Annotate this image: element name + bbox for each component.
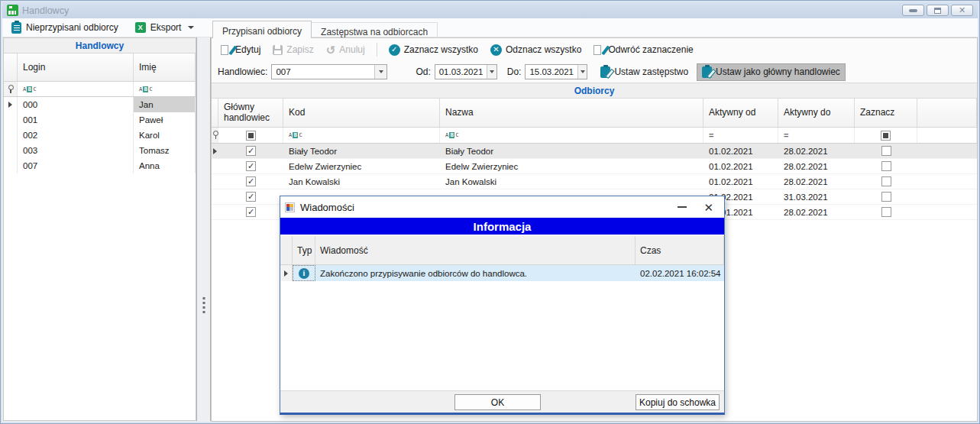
main-salesperson-checkbox[interactable] <box>246 192 256 202</box>
cancel-button[interactable]: ↺ Anuluj <box>322 42 370 57</box>
cell-aktywny-do[interactable]: 28.02.2021 <box>778 174 855 189</box>
panel-splitter[interactable] <box>196 37 211 421</box>
column-header-glowny[interactable]: Główny handlowiec <box>218 99 283 127</box>
filter-glowny[interactable] <box>218 128 283 143</box>
cell-login[interactable]: 001 <box>18 112 134 128</box>
column-header-nazwa[interactable]: Nazwa <box>440 99 703 127</box>
cell-imie[interactable]: Tomasz <box>134 143 196 158</box>
column-header-aktywny-do[interactable]: Aktywny do <box>778 99 855 127</box>
cell-login[interactable]: 002 <box>18 128 134 143</box>
dialog-close-button[interactable]: ✕ <box>703 202 713 213</box>
select-checkbox[interactable] <box>881 192 891 202</box>
cell-imie[interactable]: Anna <box>134 158 196 173</box>
date-to-picker[interactable]: 15.03.2021 <box>525 64 587 79</box>
dropdown-button[interactable] <box>374 65 387 79</box>
cell-aktywny-od[interactable]: 01.02.2021 <box>703 174 778 189</box>
recipient-row[interactable]: Jan Kowalski Jan Kowalski 01.02.2021 28.… <box>212 174 977 189</box>
filter-zaznacz[interactable] <box>855 128 917 143</box>
copy-to-clipboard-button[interactable]: Kopiuj do schowka <box>636 394 720 410</box>
column-header-czas[interactable]: Czas <box>636 236 724 264</box>
salesperson-row[interactable]: 002 Karol <box>4 128 196 143</box>
cell-aktywny-do[interactable]: 31.03.2021 <box>778 189 855 204</box>
cell-aktywny-od[interactable]: 01.02.2021 <box>703 159 778 173</box>
checkbox-indeterminate <box>881 131 891 141</box>
edit-button[interactable]: Edytuj <box>216 42 265 58</box>
main-salesperson-checkbox[interactable] <box>246 161 256 171</box>
cell-kod[interactable]: Jan Kowalski <box>283 174 440 189</box>
filter-imie[interactable]: ABC <box>134 82 196 96</box>
filter-aktywny-od[interactable]: = <box>703 128 778 143</box>
deselect-all-button[interactable]: ✕ Odznacz wszystko <box>486 42 586 58</box>
column-header-zaznacz[interactable]: Zaznacz <box>855 99 917 127</box>
filter-aktywny-do[interactable]: = <box>778 128 855 143</box>
cell-kod[interactable]: Biały Teodor <box>283 144 440 158</box>
column-header-aktywny-od[interactable]: Aktywny od <box>703 99 778 127</box>
grid-toolbar: Edytuj Zapisz ↺ Anuluj ✓ Zaznacz wszystk… <box>212 38 977 61</box>
select-checkbox[interactable] <box>881 176 891 186</box>
unassigned-recipients-button[interactable]: Nieprzypisani odbiorcy <box>8 21 121 35</box>
filter-kod[interactable]: ABC <box>283 128 440 143</box>
column-header-imie[interactable]: Imię <box>134 53 196 81</box>
select-checkbox[interactable] <box>881 161 891 171</box>
cell-login[interactable]: 007 <box>18 158 134 173</box>
cell-imie[interactable]: Karol <box>134 128 196 143</box>
dialog-minimize-button[interactable] <box>678 206 687 208</box>
cell-nazwa[interactable]: Biały Teodor <box>440 144 703 158</box>
save-button[interactable]: Zapisz <box>268 42 318 57</box>
set-substitute-button[interactable]: Ustaw zastępstwo <box>596 64 693 80</box>
cell-aktywny-od[interactable]: 01.02.2021 <box>703 144 778 158</box>
cell-login[interactable]: 000 <box>18 97 134 112</box>
dialog-body <box>280 281 724 390</box>
select-checkbox[interactable] <box>881 207 891 217</box>
column-header-typ[interactable]: Typ <box>293 236 315 264</box>
cell-imie[interactable]: Paweł <box>134 112 196 128</box>
cancel-label: Anuluj <box>339 44 364 55</box>
set-substitute-label: Ustaw zastępstwo <box>614 66 688 77</box>
salesperson-row[interactable]: 003 Tomasz <box>4 143 196 158</box>
invert-selection-button[interactable]: Odwróć zaznaczenie <box>589 42 697 58</box>
recipient-row[interactable]: Edelw Zwierzyniec Edelw Zwierzyniec 01.0… <box>212 159 977 174</box>
salesperson-row[interactable]: 000 Jan <box>4 97 196 112</box>
message-row[interactable]: i Zakończono przypisywanie odbiorców do … <box>280 265 724 281</box>
tab-assigned-recipients[interactable]: Przypisani odbiorcy <box>212 21 312 38</box>
main-salesperson-checkbox[interactable] <box>246 146 256 156</box>
column-header-login[interactable]: Login <box>18 53 134 81</box>
chevron-down-icon <box>188 26 194 29</box>
select-checkbox[interactable] <box>881 146 891 156</box>
cell-nazwa[interactable]: Jan Kowalski <box>440 174 703 189</box>
filter-nazwa[interactable]: ABC <box>440 128 703 143</box>
main-salesperson-checkbox[interactable] <box>246 207 256 217</box>
ok-button[interactable]: OK <box>454 394 541 410</box>
cell-nazwa[interactable]: Edelw Zwierzyniec <box>440 159 703 173</box>
export-label: Eksport <box>150 22 182 33</box>
tab-substitutions[interactable]: Zastępstwa na odbiorcach <box>312 22 438 38</box>
main-salesperson-checkbox[interactable] <box>246 176 256 186</box>
recipient-row[interactable]: Biały Teodor Biały Teodor 01.02.2021 28.… <box>212 144 977 159</box>
dropdown-button[interactable] <box>577 65 587 79</box>
filter-login[interactable]: ABC <box>18 82 134 96</box>
set-main-salesperson-button[interactable]: Ustaw jako główny handlowiec <box>697 63 846 81</box>
maximize-button[interactable] <box>927 5 949 16</box>
salesperson-row[interactable]: 001 Paweł <box>4 112 196 128</box>
cell-aktywny-do[interactable]: 28.02.2021 <box>778 205 855 219</box>
minimize-button[interactable] <box>902 5 924 16</box>
close-button[interactable]: ✕ <box>951 5 973 16</box>
cell-login[interactable]: 003 <box>18 143 134 158</box>
cell-aktywny-do[interactable]: 28.02.2021 <box>778 144 855 158</box>
column-header-kod[interactable]: Kod <box>283 99 440 127</box>
app-icon <box>7 5 18 16</box>
cell-imie[interactable]: Jan <box>134 97 196 112</box>
checkbox-indeterminate <box>246 131 256 141</box>
column-header-wiadomosc[interactable]: Wiadomość <box>315 236 636 264</box>
date-from-picker[interactable]: 01.03.2021 <box>435 64 497 79</box>
select-all-button[interactable]: ✓ Zaznacz wszystko <box>384 42 483 58</box>
export-button[interactable]: X Eksport <box>132 21 198 34</box>
dropdown-button[interactable] <box>487 65 496 79</box>
undo-icon: ↺ <box>326 45 336 55</box>
cell-kod[interactable]: Edelw Zwierzyniec <box>283 159 440 173</box>
handlowiec-combobox[interactable]: 007 <box>271 64 387 79</box>
salesperson-row[interactable]: 007 Anna <box>4 158 196 173</box>
cell-aktywny-do[interactable]: 28.02.2021 <box>778 159 855 173</box>
top-toolbar: Nieprzypisani odbiorcy X Eksport <box>2 18 978 37</box>
recipients-group-header: Odbiorcy <box>212 83 977 99</box>
